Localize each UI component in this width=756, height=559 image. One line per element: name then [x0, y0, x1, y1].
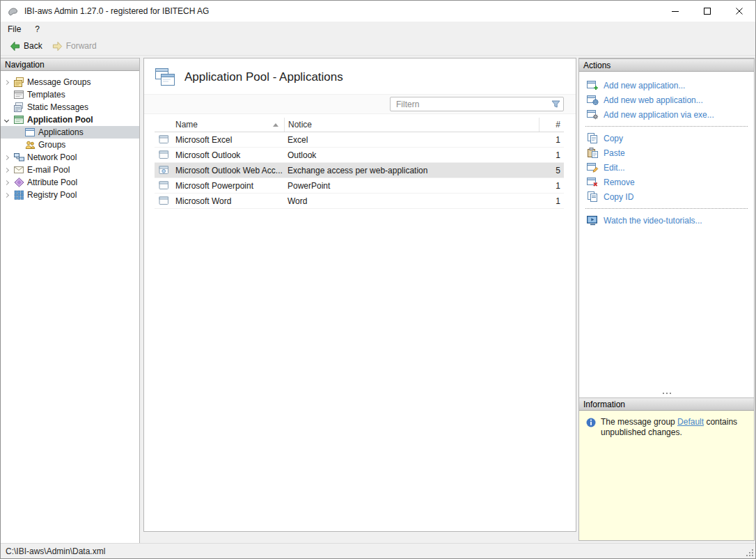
minimize-button[interactable]	[659, 1, 691, 22]
table-row[interactable]: Microsoft Excel Excel 1	[155, 132, 564, 148]
action-label: Copy	[604, 134, 623, 143]
applications-page-icon	[154, 67, 175, 87]
copy-icon	[586, 133, 599, 143]
chevron-down-icon[interactable]	[1, 118, 13, 122]
table-row[interactable]: Microsoft Powerpoint PowerPoint 1	[155, 178, 564, 194]
app-logo-icon	[7, 6, 19, 17]
filter-funnel-icon[interactable]	[551, 100, 560, 109]
navigation-tree: Message Groups Templates Static Messages	[1, 71, 139, 201]
column-header-notice[interactable]: Notice	[284, 118, 539, 132]
action-add-new-web-application[interactable]: Add new web application...	[579, 93, 754, 107]
right-panel: Actions Add new application... Add new w…	[578, 58, 755, 541]
table-header-row: Name Notice #	[155, 118, 564, 132]
applications-table: Name Notice # Microsoft Excel Excel 1	[155, 118, 564, 209]
filter-input[interactable]	[390, 97, 564, 111]
action-copy[interactable]: Copy	[579, 131, 754, 145]
action-label: Edit...	[604, 163, 625, 173]
copy-id-icon	[586, 191, 599, 202]
actions-separator	[585, 208, 748, 209]
action-label: Paste	[604, 148, 625, 158]
actions-list: Add new application... Add new web appli…	[579, 72, 754, 397]
column-header-name[interactable]: Name	[173, 118, 284, 132]
default-group-link[interactable]: Default	[677, 417, 704, 427]
groups-icon	[24, 140, 36, 150]
actions-separator	[585, 126, 748, 127]
main-panel: Application Pool - Applications Name Not…	[143, 58, 576, 532]
actions-splitter[interactable]	[579, 391, 754, 396]
nav-item-application-pool[interactable]: Application Pool	[1, 113, 139, 126]
application-row-icon	[155, 150, 173, 159]
applications-icon	[24, 127, 36, 137]
app-window: IBI-aws Admin 1.27.0 - registered for IB…	[0, 0, 756, 559]
nav-item-attribute-pool[interactable]: Attribute Pool	[1, 176, 139, 189]
information-header: Information	[579, 397, 754, 411]
templates-icon	[13, 90, 25, 100]
maximize-button[interactable]	[691, 1, 723, 22]
page-header: Application Pool - Applications	[144, 58, 576, 94]
close-icon	[736, 8, 743, 15]
action-add-new-application-via-exe[interactable]: Add new application via exe...	[579, 107, 754, 122]
chevron-right-icon[interactable]	[1, 181, 13, 184]
chevron-right-icon[interactable]	[1, 168, 13, 172]
nav-item-static-messages[interactable]: Static Messages	[1, 101, 139, 113]
toolbar: Back Forward	[1, 37, 755, 56]
chevron-right-icon[interactable]	[1, 81, 13, 84]
statusbar: C:\IBI-aws\Admin\Data.xml	[1, 543, 755, 558]
action-add-new-application[interactable]: Add new application...	[579, 78, 754, 93]
menu-file[interactable]: File	[1, 22, 28, 37]
paste-icon	[586, 148, 599, 158]
menubar: File ?	[1, 22, 755, 37]
information-body: The message group Default contains unpub…	[579, 411, 754, 540]
registry-pool-icon	[13, 190, 25, 200]
nav-item-network-pool[interactable]: Network Pool	[1, 151, 139, 164]
email-pool-icon	[13, 165, 25, 175]
nav-item-email-pool[interactable]: E-mail Pool	[1, 164, 139, 176]
action-watch-video-tutorials[interactable]: Watch the video-tutorials...	[579, 213, 754, 228]
nav-item-applications[interactable]: Applications	[1, 126, 139, 139]
nav-item-label: Templates	[25, 90, 65, 100]
page-title: Application Pool - Applications	[184, 70, 343, 84]
forward-button[interactable]: Forward	[47, 40, 102, 53]
action-remove[interactable]: Remove	[579, 175, 754, 189]
forward-arrow-icon	[52, 41, 63, 52]
action-label: Add new application via exe...	[604, 110, 714, 120]
chevron-right-icon[interactable]	[1, 156, 13, 159]
back-button[interactable]: Back	[5, 40, 47, 53]
nav-item-groups[interactable]: Groups	[1, 139, 139, 151]
video-icon	[586, 215, 599, 226]
action-label: Watch the video-tutorials...	[604, 216, 702, 226]
nav-item-templates[interactable]: Templates	[1, 88, 139, 101]
nav-item-label: Groups	[36, 140, 65, 150]
application-row-icon	[155, 196, 173, 205]
attribute-pool-icon	[13, 178, 25, 187]
nav-item-label: Applications	[36, 127, 84, 137]
nav-item-label: Attribute Pool	[25, 178, 77, 187]
action-copy-id[interactable]: Copy ID	[579, 189, 754, 204]
resize-grip[interactable]	[746, 549, 754, 557]
add-application-icon	[586, 80, 599, 90]
sort-asc-icon	[273, 123, 278, 127]
nav-item-message-groups[interactable]: Message Groups	[1, 76, 139, 88]
network-pool-icon	[13, 152, 25, 162]
forward-label: Forward	[66, 41, 97, 51]
close-button[interactable]	[723, 1, 755, 22]
web-application-row-icon	[155, 166, 173, 175]
application-pool-icon	[13, 115, 25, 125]
action-paste[interactable]: Paste	[579, 145, 754, 160]
info-text-before: The message group	[601, 417, 677, 427]
table-row[interactable]: Microsoft Outlook Web Acc... Exchange ac…	[155, 163, 564, 178]
remove-icon	[586, 177, 599, 187]
nav-item-label: Network Pool	[25, 152, 77, 162]
nav-item-label: Static Messages	[25, 102, 88, 112]
nav-item-registry-pool[interactable]: Registry Pool	[1, 189, 139, 201]
actions-header: Actions	[579, 58, 754, 72]
table-row[interactable]: Microsoft Word Word 1	[155, 194, 564, 209]
menu-help[interactable]: ?	[28, 22, 47, 37]
column-header-count[interactable]: #	[539, 118, 564, 132]
action-edit[interactable]: Edit...	[579, 160, 754, 175]
window-title: IBI-aws Admin 1.27.0 - registered for IB…	[24, 6, 209, 16]
table-row[interactable]: Microsoft Outlook Outlook 1	[155, 148, 564, 163]
application-row-icon	[155, 181, 173, 190]
chevron-right-icon[interactable]	[1, 194, 13, 197]
action-label: Remove	[604, 178, 635, 187]
